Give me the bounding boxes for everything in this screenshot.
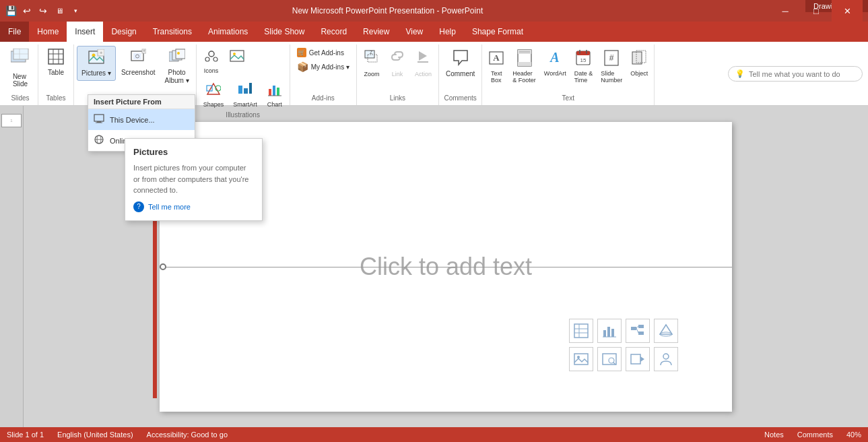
textbox-label: TextBox <box>491 70 502 84</box>
tooltip-body: Insert pictures from your computer or fr… <box>133 162 254 196</box>
shapes-button[interactable]: Shapes <box>199 80 228 111</box>
my-addins-icon: 📦 <box>297 61 308 72</box>
menu-slideshow[interactable]: Slide Show <box>256 22 312 42</box>
svg-rect-50 <box>576 51 590 55</box>
object-button[interactable]: Object <box>627 46 651 86</box>
ribbon-group-slides: NewSlide Slides <box>3 44 38 105</box>
svg-rect-32 <box>249 83 252 94</box>
new-slide-icon <box>11 49 30 73</box>
insert-smartart-icon[interactable] <box>626 319 650 343</box>
svg-point-23 <box>205 57 209 61</box>
pictures-button[interactable]: + Pictures ▾ <box>77 46 116 81</box>
insert-3d-icon[interactable] <box>654 319 678 343</box>
my-addins-button[interactable]: 📦 My Add-ins ▾ <box>293 59 354 74</box>
minimize-button[interactable]: ─ <box>770 0 801 22</box>
icons-button[interactable]: Icons <box>199 46 224 77</box>
menu-transitions[interactable]: Transitions <box>145 22 200 42</box>
zoom-label: Zoom <box>364 71 379 77</box>
illustrations-group-label: Illustrations <box>226 111 260 121</box>
status-bar: Slide 1 of 1 English (United States) Acc… <box>0 427 868 442</box>
slide-thumb-1[interactable]: 1 <box>1 114 22 127</box>
menu-animations[interactable]: Animations <box>200 22 256 42</box>
screenshot-icon: + <box>130 49 146 67</box>
table-icon <box>48 49 64 67</box>
customize-button[interactable]: 🖥 <box>52 3 67 18</box>
icons-icon <box>204 49 219 66</box>
get-addins-button[interactable]: 🛒 Get Add-ins <box>293 46 354 59</box>
tooltip-link[interactable]: ? Tell me more <box>133 201 254 212</box>
this-device-item[interactable]: This Device... <box>88 109 195 130</box>
wordart-button[interactable]: A WordArt <box>541 46 570 86</box>
menu-review[interactable]: Review <box>355 22 397 42</box>
menu-help[interactable]: Help <box>431 22 464 42</box>
photo-album-button[interactable]: PhotoAlbum ▾ <box>161 46 193 88</box>
svg-rect-73 <box>638 325 644 328</box>
screenshot-button[interactable]: + Screenshot <box>117 46 160 80</box>
menu-insert[interactable]: Insert <box>67 22 103 42</box>
icons-label: Icons <box>204 67 219 75</box>
menu-view[interactable]: View <box>397 22 431 42</box>
header-footer-label: Header& Footer <box>512 70 536 84</box>
insert-pictures-icon[interactable] <box>569 347 593 371</box>
svg-rect-79 <box>574 354 588 365</box>
svg-rect-35 <box>277 88 279 96</box>
svg-point-86 <box>663 354 669 359</box>
table-button[interactable]: Table <box>41 46 71 80</box>
comments-button[interactable]: Comments <box>797 431 833 439</box>
svg-text:+: + <box>143 49 146 54</box>
slide-content-icons <box>569 319 678 371</box>
svg-rect-74 <box>638 332 644 335</box>
action-button[interactable]: Action <box>411 46 436 80</box>
quick-access-toolbar: 💾 ↩ ↪ 🖥 ▾ <box>0 0 86 22</box>
quick-access-dropdown[interactable]: ▾ <box>68 3 83 18</box>
link-button[interactable]: Link <box>385 46 409 80</box>
smartart-button[interactable]: SmartArt <box>229 80 261 111</box>
pictures2-button[interactable] <box>225 46 249 77</box>
svg-point-26 <box>233 53 236 55</box>
textbox-button[interactable]: A TextBox <box>485 46 508 86</box>
menu-record[interactable]: Record <box>312 22 355 42</box>
svg-rect-46 <box>518 62 531 66</box>
insert-video-icon[interactable] <box>626 347 650 371</box>
datetime-button[interactable]: 15 Date &Time <box>571 46 597 86</box>
zoom-level: 40% <box>846 431 861 439</box>
links-group-label: Links <box>390 94 405 104</box>
menu-shapeformat[interactable]: Shape Format <box>464 22 531 42</box>
svg-rect-25 <box>230 51 244 61</box>
timeline-dot <box>160 263 166 270</box>
header-footer-button[interactable]: Header& Footer <box>509 46 539 86</box>
comment-button[interactable]: Comment <box>442 46 479 81</box>
menu-file[interactable]: File <box>0 22 29 42</box>
insert-online-pictures-icon[interactable] <box>597 347 622 371</box>
help-icon: ? <box>133 201 144 212</box>
notes-button[interactable]: Notes <box>764 431 784 439</box>
save-button[interactable]: 💾 <box>3 3 18 18</box>
redo-button[interactable]: ↪ <box>36 3 51 18</box>
close-button[interactable]: ✕ <box>832 0 863 22</box>
svg-line-76 <box>636 328 638 333</box>
ribbon-group-comments: Comment Comments <box>439 44 482 105</box>
slide-number-button[interactable]: # SlideNumber <box>597 46 626 86</box>
lightbulb-icon: 💡 <box>735 69 745 78</box>
maximize-button[interactable]: □ <box>801 0 832 22</box>
ribbon-group-addins: 🛒 Get Add-ins 📦 My Add-ins ▾ Add-ins <box>290 44 357 105</box>
svg-rect-20 <box>176 49 185 59</box>
tell-me-input[interactable] <box>749 70 855 78</box>
tell-me-more-label: Tell me more <box>148 203 191 211</box>
insert-table-icon[interactable] <box>569 319 593 343</box>
this-device-label: This Device... <box>110 116 155 124</box>
ribbon-group-illustrations: Icons <box>197 44 290 105</box>
menu-bar: File Home Insert Design Transitions Anim… <box>0 22 868 42</box>
chart-icon <box>267 82 282 100</box>
dropdown-header: Insert Picture From <box>88 95 195 109</box>
new-slide-button[interactable]: NewSlide <box>5 46 35 90</box>
menu-design[interactable]: Design <box>103 22 144 42</box>
undo-button[interactable]: ↩ <box>20 3 34 18</box>
insert-icons-icon[interactable] <box>654 347 678 371</box>
menu-home[interactable]: Home <box>29 22 67 42</box>
insert-chart-icon[interactable] <box>597 319 622 343</box>
my-addins-label: My Add-ins ▾ <box>311 63 349 71</box>
zoom-button[interactable]: Z Zoom <box>360 46 384 80</box>
chart-button[interactable]: Chart <box>263 80 287 111</box>
pictures-tooltip: Pictures Insert pictures from your compu… <box>125 138 263 221</box>
